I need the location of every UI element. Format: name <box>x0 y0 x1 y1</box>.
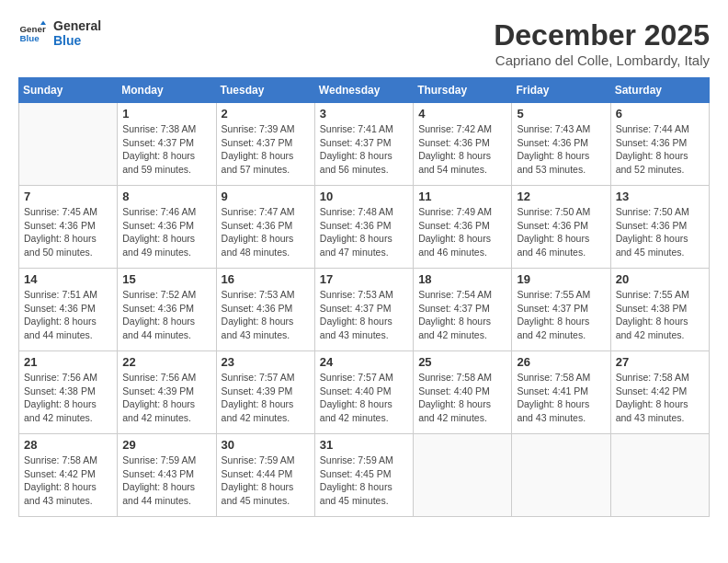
calendar-cell: 8Sunrise: 7:46 AMSunset: 4:36 PMDaylight… <box>118 186 216 269</box>
calendar-cell <box>414 434 512 517</box>
day-number: 10 <box>320 190 408 203</box>
day-info: Sunrise: 7:59 AMSunset: 4:45 PMDaylight:… <box>320 454 408 508</box>
calendar-cell <box>19 103 118 186</box>
day-number: 29 <box>122 438 210 452</box>
calendar-cell: 4Sunrise: 7:42 AMSunset: 4:36 PMDaylight… <box>414 103 512 186</box>
calendar-cell <box>610 434 709 517</box>
day-number: 23 <box>222 355 310 369</box>
calendar-cell: 19Sunrise: 7:55 AMSunset: 4:37 PMDayligh… <box>512 269 610 351</box>
day-info: Sunrise: 7:42 AMSunset: 4:36 PMDaylight:… <box>418 122 506 177</box>
calendar-cell: 7Sunrise: 7:45 AMSunset: 4:36 PMDaylight… <box>19 186 118 269</box>
day-number: 30 <box>222 438 310 452</box>
calendar-header-row: SundayMondayTuesdayWednesdayThursdayFrid… <box>19 78 710 103</box>
day-info: Sunrise: 7:58 AMSunset: 4:42 PMDaylight:… <box>616 371 704 425</box>
day-info: Sunrise: 7:50 AMSunset: 4:36 PMDaylight:… <box>616 205 704 259</box>
calendar-week-3: 14Sunrise: 7:51 AMSunset: 4:36 PMDayligh… <box>19 269 710 351</box>
day-info: Sunrise: 7:52 AMSunset: 4:36 PMDaylight:… <box>122 288 210 342</box>
calendar-cell: 10Sunrise: 7:48 AMSunset: 4:36 PMDayligh… <box>314 186 413 269</box>
calendar-table: SundayMondayTuesdayWednesdayThursdayFrid… <box>18 77 710 517</box>
day-number: 19 <box>517 272 605 286</box>
svg-text:Blue: Blue <box>20 33 40 43</box>
calendar-cell: 25Sunrise: 7:58 AMSunset: 4:40 PMDayligh… <box>414 351 512 434</box>
location-subtitle: Capriano del Colle, Lombardy, Italy <box>494 52 710 68</box>
weekday-header-saturday: Saturday <box>610 78 709 103</box>
calendar-cell: 1Sunrise: 7:38 AMSunset: 4:37 PMDaylight… <box>118 103 216 186</box>
day-number: 5 <box>517 107 605 121</box>
svg-text:General: General <box>20 24 47 34</box>
day-number: 25 <box>418 355 506 369</box>
day-number: 27 <box>616 355 704 369</box>
day-number: 26 <box>517 355 605 369</box>
day-number: 7 <box>24 190 112 203</box>
calendar-cell: 11Sunrise: 7:49 AMSunset: 4:36 PMDayligh… <box>414 186 512 269</box>
day-info: Sunrise: 7:54 AMSunset: 4:37 PMDaylight:… <box>418 288 506 342</box>
calendar-cell: 21Sunrise: 7:56 AMSunset: 4:38 PMDayligh… <box>19 351 118 434</box>
day-info: Sunrise: 7:45 AMSunset: 4:36 PMDaylight:… <box>24 205 112 259</box>
day-info: Sunrise: 7:56 AMSunset: 4:38 PMDaylight:… <box>24 371 112 425</box>
day-number: 15 <box>122 272 210 286</box>
month-title: December 2025 <box>494 18 710 52</box>
day-number: 14 <box>24 272 112 286</box>
day-info: Sunrise: 7:53 AMSunset: 4:36 PMDaylight:… <box>222 288 310 342</box>
weekday-header-sunday: Sunday <box>19 78 118 103</box>
day-info: Sunrise: 7:49 AMSunset: 4:36 PMDaylight:… <box>418 205 506 259</box>
day-number: 4 <box>418 107 506 121</box>
day-info: Sunrise: 7:38 AMSunset: 4:37 PMDaylight:… <box>122 122 210 177</box>
weekday-header-monday: Monday <box>118 78 216 103</box>
day-number: 2 <box>222 107 310 121</box>
day-number: 9 <box>222 190 310 203</box>
day-number: 16 <box>222 272 310 286</box>
day-info: Sunrise: 7:57 AMSunset: 4:40 PMDaylight:… <box>320 371 408 425</box>
day-number: 6 <box>616 107 704 121</box>
day-info: Sunrise: 7:43 AMSunset: 4:36 PMDaylight:… <box>517 122 605 177</box>
day-info: Sunrise: 7:50 AMSunset: 4:36 PMDaylight:… <box>517 205 605 259</box>
day-info: Sunrise: 7:58 AMSunset: 4:41 PMDaylight:… <box>517 371 605 425</box>
day-info: Sunrise: 7:57 AMSunset: 4:39 PMDaylight:… <box>222 371 310 425</box>
day-info: Sunrise: 7:59 AMSunset: 4:43 PMDaylight:… <box>122 454 210 508</box>
calendar-cell: 20Sunrise: 7:55 AMSunset: 4:38 PMDayligh… <box>610 269 709 351</box>
calendar-cell: 16Sunrise: 7:53 AMSunset: 4:36 PMDayligh… <box>216 269 314 351</box>
day-number: 1 <box>122 107 210 121</box>
day-number: 13 <box>616 190 704 203</box>
calendar-week-5: 28Sunrise: 7:58 AMSunset: 4:42 PMDayligh… <box>19 434 710 517</box>
logo-icon: General Blue <box>18 19 46 47</box>
day-info: Sunrise: 7:58 AMSunset: 4:42 PMDaylight:… <box>24 454 112 508</box>
day-info: Sunrise: 7:58 AMSunset: 4:40 PMDaylight:… <box>418 371 506 425</box>
calendar-cell: 14Sunrise: 7:51 AMSunset: 4:36 PMDayligh… <box>19 269 118 351</box>
title-block: December 2025 Capriano del Colle, Lombar… <box>494 18 710 68</box>
day-info: Sunrise: 7:59 AMSunset: 4:44 PMDaylight:… <box>222 454 310 508</box>
calendar-week-1: 1Sunrise: 7:38 AMSunset: 4:37 PMDaylight… <box>19 103 710 186</box>
day-info: Sunrise: 7:47 AMSunset: 4:36 PMDaylight:… <box>222 205 310 259</box>
calendar-cell: 17Sunrise: 7:53 AMSunset: 4:37 PMDayligh… <box>314 269 413 351</box>
day-number: 8 <box>122 190 210 203</box>
day-number: 21 <box>24 355 112 369</box>
logo: General Blue General Blue <box>18 18 101 48</box>
day-number: 24 <box>320 355 408 369</box>
logo-text-general: General <box>53 18 101 33</box>
day-info: Sunrise: 7:48 AMSunset: 4:36 PMDaylight:… <box>320 205 408 259</box>
calendar-cell: 18Sunrise: 7:54 AMSunset: 4:37 PMDayligh… <box>414 269 512 351</box>
calendar-cell: 27Sunrise: 7:58 AMSunset: 4:42 PMDayligh… <box>610 351 709 434</box>
day-info: Sunrise: 7:55 AMSunset: 4:37 PMDaylight:… <box>517 288 605 342</box>
weekday-header-thursday: Thursday <box>414 78 512 103</box>
calendar-cell: 23Sunrise: 7:57 AMSunset: 4:39 PMDayligh… <box>216 351 314 434</box>
day-number: 31 <box>320 438 408 452</box>
day-info: Sunrise: 7:46 AMSunset: 4:36 PMDaylight:… <box>122 205 210 259</box>
day-info: Sunrise: 7:56 AMSunset: 4:39 PMDaylight:… <box>122 371 210 425</box>
day-number: 22 <box>122 355 210 369</box>
calendar-cell: 31Sunrise: 7:59 AMSunset: 4:45 PMDayligh… <box>314 434 413 517</box>
weekday-header-friday: Friday <box>512 78 610 103</box>
day-number: 28 <box>24 438 112 452</box>
calendar-cell: 28Sunrise: 7:58 AMSunset: 4:42 PMDayligh… <box>19 434 118 517</box>
day-number: 11 <box>418 190 506 203</box>
calendar-cell: 13Sunrise: 7:50 AMSunset: 4:36 PMDayligh… <box>610 186 709 269</box>
calendar-cell: 12Sunrise: 7:50 AMSunset: 4:36 PMDayligh… <box>512 186 610 269</box>
calendar-week-2: 7Sunrise: 7:45 AMSunset: 4:36 PMDaylight… <box>19 186 710 269</box>
calendar-cell: 6Sunrise: 7:44 AMSunset: 4:36 PMDaylight… <box>610 103 709 186</box>
day-number: 3 <box>320 107 408 121</box>
day-info: Sunrise: 7:55 AMSunset: 4:38 PMDaylight:… <box>616 288 704 342</box>
day-info: Sunrise: 7:41 AMSunset: 4:37 PMDaylight:… <box>320 122 408 177</box>
calendar-cell: 29Sunrise: 7:59 AMSunset: 4:43 PMDayligh… <box>118 434 216 517</box>
day-number: 18 <box>418 272 506 286</box>
day-info: Sunrise: 7:44 AMSunset: 4:36 PMDaylight:… <box>616 122 704 177</box>
